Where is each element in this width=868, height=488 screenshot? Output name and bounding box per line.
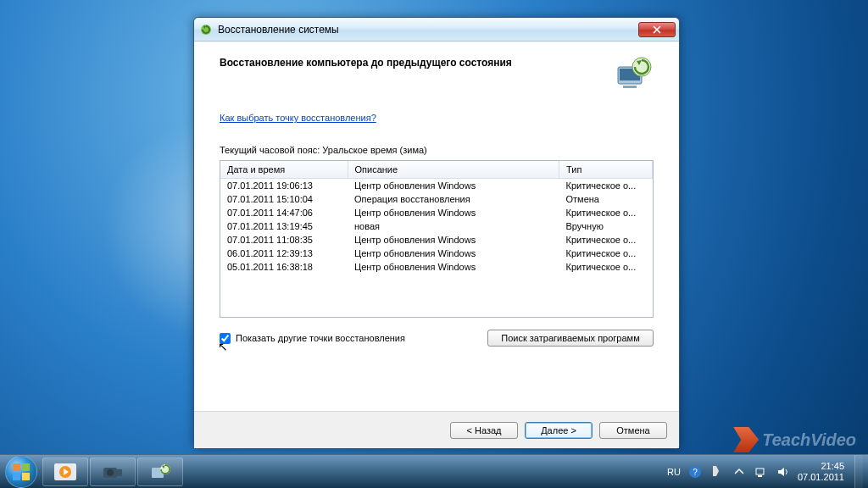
- svg-point-12: [107, 469, 114, 476]
- table-row[interactable]: 05.01.2011 16:38:18Центр обновления Wind…: [220, 260, 653, 274]
- show-desktop-button[interactable]: [854, 455, 863, 489]
- help-link[interactable]: Как выбрать точку восстановления?: [220, 113, 654, 123]
- language-indicator[interactable]: RU: [667, 467, 681, 477]
- svg-rect-7: [13, 473, 20, 480]
- titlebar[interactable]: Восстановление системы: [194, 18, 679, 42]
- back-button[interactable]: < Назад: [450, 422, 518, 439]
- svg-rect-8: [22, 473, 30, 480]
- cell-type: Критическое о...: [559, 233, 653, 247]
- system-restore-dialog: Восстановление системы Восстановление ко…: [193, 17, 680, 449]
- cell-desc: Центр обновления Windows: [348, 260, 559, 274]
- svg-text:?: ?: [693, 468, 698, 477]
- cell-date: 05.01.2011 16:38:18: [220, 260, 348, 274]
- cell-date: 07.01.2011 11:08:35: [220, 233, 348, 247]
- svg-rect-5: [13, 463, 20, 471]
- volume-icon[interactable]: [776, 464, 791, 480]
- svg-rect-3: [623, 86, 637, 88]
- cell-type: Критическое о...: [559, 206, 653, 219]
- show-more-checkbox[interactable]: Показать другие точки восстановления ↖: [220, 333, 405, 344]
- taskbar: RU ? 21:45 07.01.2011: [0, 454, 868, 488]
- table-row[interactable]: 07.01.2011 15:10:04Операция восстановлен…: [220, 192, 653, 206]
- cell-type: Критическое о...: [559, 260, 653, 274]
- col-desc[interactable]: Описание: [348, 161, 559, 179]
- next-button[interactable]: Далее >: [525, 422, 593, 439]
- svg-rect-20: [758, 475, 762, 477]
- scan-affected-button[interactable]: Поиск затрагиваемых программ: [487, 330, 654, 347]
- cell-desc: Центр обновления Windows: [348, 247, 559, 260]
- cell-date: 06.01.2011 12:39:13: [220, 247, 348, 260]
- watermark-text: TeachVideo: [762, 430, 856, 450]
- clock[interactable]: 21:45 07.01.2011: [798, 461, 844, 483]
- cell-type: Критическое о...: [559, 247, 653, 260]
- dialog-body: Восстановление компьютера до предыдущего…: [194, 42, 679, 411]
- cell-date: 07.01.2011 19:06:13: [220, 179, 348, 193]
- cancel-button[interactable]: Отмена: [599, 422, 667, 439]
- cell-desc: Центр обновления Windows: [348, 233, 559, 247]
- cell-type: Вручную: [559, 219, 653, 233]
- table-row[interactable]: 07.01.2011 11:08:35Центр обновления Wind…: [220, 233, 653, 247]
- tray-overflow-icon[interactable]: [732, 464, 747, 480]
- watermark: TeachVideo: [733, 427, 856, 452]
- cell-desc: Операция восстановления: [348, 192, 559, 206]
- window-title: Восстановление системы: [218, 24, 638, 36]
- clock-date: 07.01.2011: [798, 472, 844, 483]
- timezone-label: Текущий часовой пояс: Уральское время (з…: [220, 145, 654, 155]
- system-tray: RU ? 21:45 07.01.2011: [667, 461, 844, 483]
- page-heading: Восстановление компьютера до предыдущего…: [220, 53, 596, 69]
- show-more-checkbox-input[interactable]: [220, 333, 231, 344]
- cell-date: 07.01.2011 15:10:04: [220, 192, 348, 206]
- dialog-footer: < Назад Далее > Отмена: [194, 411, 679, 448]
- table-row[interactable]: 07.01.2011 19:06:13Центр обновления Wind…: [220, 179, 653, 193]
- cell-desc: Центр обновления Windows: [348, 206, 559, 219]
- restore-hero-icon: [613, 53, 654, 94]
- watermark-badge-icon: [733, 427, 759, 452]
- action-center-icon[interactable]: [709, 464, 725, 480]
- table-row[interactable]: 07.01.2011 13:19:45новаяВручную: [220, 219, 653, 233]
- network-icon[interactable]: [754, 464, 769, 480]
- help-shield-icon[interactable]: ?: [687, 464, 703, 480]
- start-button[interactable]: [5, 456, 37, 488]
- col-date[interactable]: Дата и время: [220, 161, 348, 179]
- close-button[interactable]: [638, 22, 676, 37]
- taskbar-system-restore[interactable]: [137, 458, 183, 486]
- cell-desc: Центр обновления Windows: [348, 179, 559, 193]
- cell-date: 07.01.2011 13:19:45: [220, 219, 348, 233]
- svg-rect-13: [117, 469, 122, 476]
- svg-rect-19: [756, 469, 764, 474]
- restore-points-table[interactable]: Дата и время Описание Тип 07.01.2011 19:…: [220, 160, 654, 318]
- cell-type: Отмена: [559, 192, 653, 206]
- table-header-row[interactable]: Дата и время Описание Тип: [220, 161, 653, 179]
- table-row[interactable]: 06.01.2011 12:39:13Центр обновления Wind…: [220, 247, 653, 260]
- table-row[interactable]: 07.01.2011 14:47:06Центр обновления Wind…: [220, 206, 653, 219]
- restore-app-icon: [199, 23, 213, 36]
- cell-type: Критическое о...: [559, 179, 653, 193]
- taskbar-media-player[interactable]: [42, 458, 88, 486]
- col-type[interactable]: Тип: [559, 161, 653, 179]
- taskbar-camera-app[interactable]: [90, 458, 136, 486]
- cell-date: 07.01.2011 14:47:06: [220, 206, 348, 219]
- cell-desc: новая: [348, 219, 559, 233]
- svg-rect-6: [22, 463, 30, 471]
- show-more-label: Показать другие точки восстановления: [236, 333, 405, 343]
- clock-time: 21:45: [798, 461, 844, 472]
